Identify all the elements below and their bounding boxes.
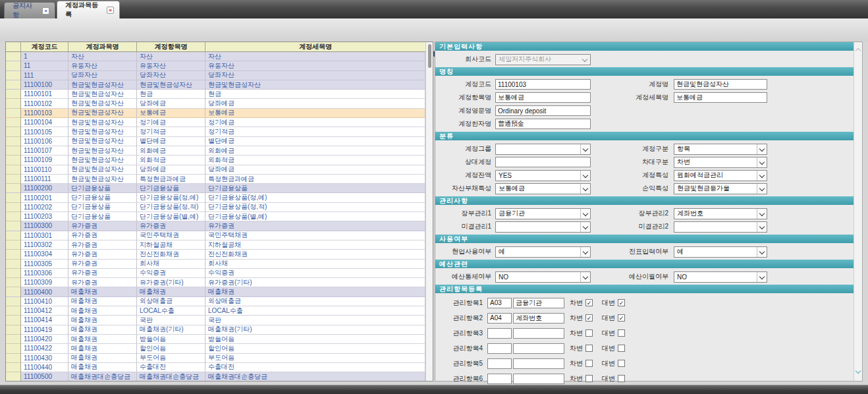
table-row[interactable]: 11100202단기금융상품단기금융상품(정,적)단기금융상품(정,적) (6, 203, 425, 212)
ledger-mgmt-2-select[interactable]: 계좌번호 (674, 208, 767, 219)
table-row[interactable]: 11100309유가증권유가증권(기타)유가증권(기타) (6, 278, 425, 287)
cell-item-name[interactable]: 당좌예금 (137, 165, 205, 175)
cell-item-name[interactable]: 정기적금 (137, 127, 205, 136)
cell-item-name[interactable]: 정기예금 (137, 118, 205, 127)
debit-checkbox[interactable] (585, 360, 593, 367)
debit-checkbox[interactable] (585, 329, 593, 337)
chevron-down-icon[interactable] (580, 55, 590, 65)
mgmt-item-6-name-field[interactable] (513, 374, 564, 384)
chevron-down-icon[interactable] (580, 209, 590, 219)
cell-item-name[interactable]: 매출채권대손충당금 (137, 372, 205, 381)
cell-detail-name[interactable]: 유가증권(기타) (205, 278, 425, 287)
budget-control-yn-select[interactable]: NO (495, 271, 591, 283)
table-row[interactable]: 11100410매출채권외상매출금외상매출금 (6, 297, 425, 306)
asset-liability-attribute-select[interactable]: 보통예금 (495, 183, 591, 194)
cell-detail-name[interactable]: 당좌자산 (205, 71, 425, 80)
debit-checkbox[interactable]: ✓ (585, 299, 593, 306)
row-selector-cell[interactable] (6, 193, 21, 202)
cell-account-name[interactable]: 유가증권 (68, 231, 137, 240)
account-detail-name-field[interactable]: 보통예금 (674, 92, 767, 103)
cell-item-name[interactable]: 지하철공채 (137, 240, 205, 250)
cell-detail-name[interactable]: 지하철공채 (205, 240, 425, 250)
row-selector-cell[interactable] (6, 287, 21, 296)
table-row[interactable]: 11100306유가증권수익증권수익증권 (6, 269, 425, 278)
cell-account-code[interactable]: 11100201 (21, 193, 68, 202)
cell-item-name[interactable]: 당좌예금 (137, 99, 205, 108)
cell-account-name[interactable]: 현금및현금성자산 (68, 137, 137, 146)
row-selector-cell[interactable] (6, 99, 21, 108)
row-selector-cell[interactable] (6, 344, 21, 353)
cell-account-name[interactable]: 매출채권대손충당금 (68, 372, 137, 381)
cell-item-name[interactable]: 단기금융상품(별,예) (137, 212, 205, 221)
ledger-mgmt-1-select[interactable]: 금융기관 (495, 208, 591, 219)
account-group-select[interactable] (495, 144, 591, 155)
cell-detail-name[interactable]: 수익증권 (205, 269, 425, 278)
cell-item-name[interactable]: 외화적금 (137, 155, 205, 165)
cell-account-name[interactable]: 유가증권 (68, 221, 137, 231)
cell-item-name[interactable]: 자산 (137, 52, 205, 61)
cell-item-name[interactable]: 국판 (137, 316, 205, 325)
cell-account-name[interactable]: 유가증권 (68, 250, 137, 259)
cell-item-name[interactable]: 특정현금과예금 (137, 175, 205, 184)
mgmt-item-1-name-field[interactable]: 금융기관 (513, 298, 564, 308)
cell-account-code[interactable]: 11100309 (21, 278, 68, 287)
pending-mgmt-1-select[interactable] (495, 221, 591, 233)
table-row[interactable]: 11100305유가증권회사채회사채 (6, 260, 425, 269)
row-selector-cell[interactable] (6, 61, 21, 70)
cell-account-name[interactable]: 현금및현금성자산 (68, 127, 137, 136)
tab-close-icon[interactable]: × (42, 7, 49, 14)
cell-account-name[interactable]: 당좌자산 (68, 71, 137, 80)
scrollbar-thumb[interactable] (428, 44, 431, 68)
cell-account-name[interactable]: 매출채권 (68, 363, 137, 372)
row-selector-cell[interactable] (6, 250, 21, 259)
cell-account-name[interactable]: 현금및현금성자산 (68, 155, 137, 165)
cell-detail-name[interactable]: 매출채권대손충당금 (205, 372, 425, 381)
cell-account-code[interactable]: 11100202 (21, 203, 68, 212)
account-class-select[interactable]: 항목 (674, 144, 767, 155)
cell-item-name[interactable]: 유동자산 (137, 61, 205, 70)
table-row[interactable]: 11100414매출채권국판국판 (6, 316, 425, 325)
cell-item-name[interactable]: 외상매출금 (137, 297, 205, 306)
cell-account-name[interactable]: 매출채권 (68, 287, 137, 296)
cell-account-code[interactable]: 11100400 (21, 287, 68, 296)
cell-item-name[interactable]: 단기금융상품(정,적) (137, 203, 205, 212)
cell-account-code[interactable]: 11100203 (21, 212, 68, 221)
cell-account-name[interactable]: 현금및현금성자산 (68, 90, 137, 99)
cell-account-code[interactable]: 1 (21, 52, 68, 61)
pending-mgmt-2-select[interactable] (674, 221, 767, 233)
table-row[interactable]: 11100203단기금융상품단기금융상품(별,예)단기금융상품(별,예) (6, 212, 425, 221)
chevron-down-icon[interactable] (580, 144, 590, 154)
row-selector-cell[interactable] (6, 231, 21, 240)
cell-account-code[interactable]: 11100107 (21, 146, 68, 155)
cell-detail-name[interactable]: 매출채권 (205, 287, 425, 296)
cell-account-name[interactable]: 유가증권 (68, 269, 137, 278)
cell-item-name[interactable]: 전신전화채권 (137, 250, 205, 259)
cell-account-name[interactable]: 매출채권 (68, 344, 137, 353)
cell-account-name[interactable]: 현금및현금성자산 (68, 109, 137, 118)
cell-account-name[interactable]: 매출채권 (68, 325, 137, 335)
cell-account-code[interactable]: 11100420 (21, 335, 68, 344)
cell-detail-name[interactable]: LOCAL수출 (205, 306, 425, 316)
chevron-down-icon[interactable] (580, 247, 590, 257)
cell-account-name[interactable]: 현금및현금성자산 (68, 165, 137, 175)
credit-checkbox[interactable] (618, 329, 625, 337)
cell-item-name[interactable]: 부도어음 (137, 354, 205, 363)
table-row[interactable]: 11100103현금및현금성자산보통예금보통예금 (6, 109, 425, 118)
counter-account-field[interactable] (495, 157, 591, 167)
cell-detail-name[interactable]: 당좌예금 (205, 99, 425, 108)
cell-account-name[interactable]: 유가증권 (68, 278, 137, 287)
cell-account-code[interactable]: 11100300 (21, 221, 68, 231)
cell-account-name[interactable]: 단기금융상품 (68, 184, 137, 193)
cell-account-code[interactable]: 11100102 (21, 99, 68, 108)
chevron-down-icon[interactable] (580, 222, 590, 232)
mgmt-item-2-code-field[interactable]: A04 (487, 313, 512, 324)
row-selector-cell[interactable] (6, 316, 21, 325)
table-row[interactable]: 11100110현금및현금성자산당좌예금당좌예금 (6, 165, 425, 175)
cell-item-name[interactable]: 수출대전 (137, 363, 205, 372)
table-row[interactable]: 11유동자산유동자산유동자산 (6, 61, 425, 70)
account-attribute-select[interactable]: 원화예적금관리 (674, 170, 767, 181)
company-code-select[interactable]: 제일저지주식회사 (495, 54, 591, 65)
row-selector-cell[interactable] (6, 221, 21, 231)
row-selector-cell[interactable] (6, 240, 21, 250)
debit-checkbox[interactable]: ✓ (585, 314, 593, 322)
